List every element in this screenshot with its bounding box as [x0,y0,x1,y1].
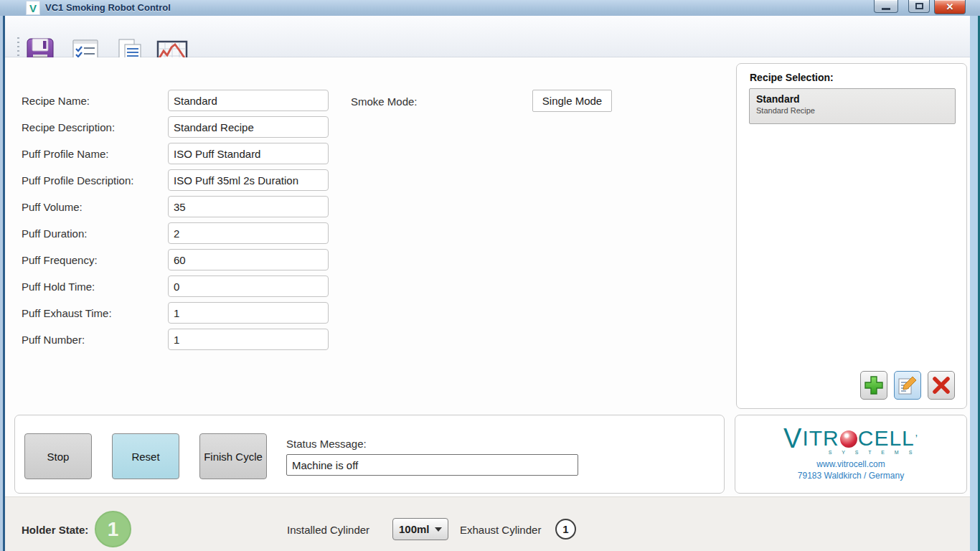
exhaust-cylinder-label: Exhaust Cylinder [460,524,541,536]
form-row: Puff Hold Time: [22,276,330,297]
vitrocell-logo: VITRCELL’ [783,428,918,449]
form-row: Puff Number: [22,329,330,350]
field-label: Puff Profile Name: [22,148,168,160]
edit-recipe-button[interactable] [894,371,921,400]
app-logo-icon: V [26,1,40,15]
form-row: Puff Profile Description: [22,169,330,191]
field-input[interactable] [168,276,329,297]
machine-control-panel: Stop Reset Finish Cycle Status Message: [14,415,725,494]
recipe-actions [860,371,955,400]
window-title: VC1 Smoking Robot Control [45,2,171,13]
field-label: Puff Number: [22,334,168,346]
maximize-button[interactable] [908,0,930,13]
edit-icon [897,375,918,396]
close-button[interactable]: ✕ [934,0,966,14]
recipe-item-name: Standard [756,93,948,105]
logo-letter-v: V [783,428,802,449]
recipe-selection-title: Recipe Selection: [750,72,834,83]
field-label: Puff Profile Description: [22,174,168,187]
field-input[interactable] [168,196,329,217]
titlebar[interactable]: V VC1 Smoking Robot Control [0,0,980,16]
field-label: Recipe Description: [22,121,168,133]
field-label: Puff Hold Time: [22,281,168,293]
field-input[interactable] [168,90,329,111]
field-label: Puff Duration: [22,227,168,240]
form-row: Puff Duration: [22,222,330,244]
status-message-input[interactable] [286,454,578,476]
form-row: Puff Frequency: [22,249,330,270]
plus-icon [863,375,885,396]
recipe-item-description: Standard Recipe [756,105,948,116]
recipe-selection-panel: Recipe Selection: Standard Standard Reci… [736,63,967,409]
form-row: Puff Volume: [22,196,330,217]
logo-ball-icon [840,430,857,448]
minimize-button[interactable] [874,0,898,13]
reset-button[interactable]: Reset [112,433,179,479]
recipe-form: Recipe Name: Recipe Description: Puff Pr… [22,90,330,355]
add-recipe-button[interactable] [860,371,887,400]
window-border-left [0,16,5,551]
smoke-mode-label: Smoke Mode: [351,95,418,108]
form-row: Puff Exhaust Time: [22,302,330,324]
field-label: Puff Volume: [22,201,168,213]
field-input[interactable] [168,329,329,350]
field-input[interactable] [168,143,329,164]
field-label: Recipe Name: [22,95,168,107]
logo-letters-itr: ITR [802,428,839,449]
field-input[interactable] [168,169,329,191]
vitrocell-logo-panel: VITRCELL’ S Y S T E M S www.vitrocell.co… [735,415,967,494]
chevron-down-icon [435,527,442,532]
status-message-label: Status Message: [286,438,367,450]
statusbar: Holder State: 1 Installed Cylinder 100ml… [5,496,970,551]
maximize-icon [915,3,923,9]
logo-systems-text: S Y S T E M S [829,450,917,455]
minimize-icon [882,8,890,10]
window-border-right [970,16,980,551]
logo-url: www.vitrocell.com [816,458,885,470]
stop-button[interactable]: Stop [24,433,92,479]
form-row: Recipe Name: [22,90,330,111]
smoke-mode-value[interactable]: Single Mode [532,90,612,112]
holder-state-badge: 1 [95,511,131,547]
field-input[interactable] [168,116,329,138]
form-row: Puff Profile Name: [22,143,330,164]
logo-address: 79183 Waldkirch / Germany [798,470,904,481]
field-label: Puff Frequency: [22,254,168,266]
field-input[interactable] [168,249,329,270]
logo-letters-cell: CELL [858,428,915,449]
form-row: Recipe Description: [22,116,330,138]
toolbar [5,16,970,57]
finish-cycle-button[interactable]: Finish Cycle [199,433,267,479]
delete-recipe-button[interactable] [928,371,955,400]
exhaust-cylinder-badge: 1 [555,519,576,540]
field-label: Puff Exhaust Time: [22,307,168,319]
installed-cylinder-value: 100ml [399,523,430,535]
installed-cylinder-label: Installed Cylinder [287,524,369,536]
recipe-list-item[interactable]: Standard Standard Recipe [749,88,956,124]
field-input[interactable] [168,302,329,324]
installed-cylinder-select[interactable]: 100ml [392,518,448,540]
field-input[interactable] [168,222,329,244]
logo-tick: ’ [915,428,918,449]
holder-state-label: Holder State: [22,524,88,536]
delete-x-icon [930,375,952,396]
